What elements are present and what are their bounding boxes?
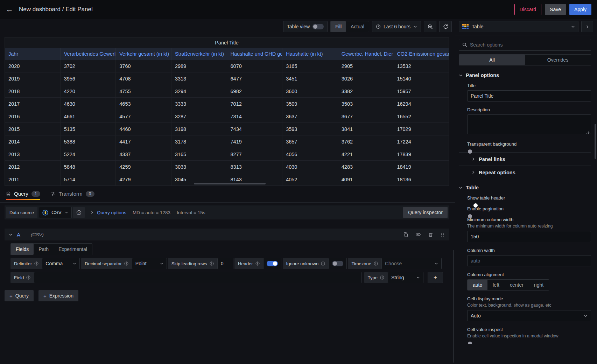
visualization-name: Table: [472, 24, 483, 29]
skip-leading-rows-input[interactable]: [217, 258, 233, 269]
column-width-input[interactable]: [467, 255, 591, 266]
drag-handle-grip-icon[interactable]: [440, 232, 445, 237]
table-cell: 15957: [393, 85, 449, 97]
tab-experimental[interactable]: Experimental: [54, 244, 92, 255]
options-search[interactable]: [459, 39, 591, 51]
tab-query[interactable]: Query 1: [6, 191, 40, 200]
chevron-down-icon: [160, 262, 163, 265]
min-column-width-input[interactable]: [467, 231, 591, 242]
search-icon: [462, 42, 467, 47]
tab-path[interactable]: Path: [34, 244, 54, 255]
save-button[interactable]: Save: [545, 4, 566, 15]
align-center-option[interactable]: center: [505, 280, 529, 290]
table-cell: 3509: [282, 98, 338, 110]
options-scroll-area: All Overrides Panel options Title: [455, 35, 597, 344]
horizontal-scrollbar[interactable]: [194, 183, 266, 184]
align-left-option[interactable]: left: [487, 280, 505, 290]
table-cell: 7434: [227, 123, 283, 135]
table-cell: 17224: [393, 135, 449, 148]
top-bar: ← New dashboard / Edit Panel Discard Sav…: [0, 0, 597, 19]
cell-value-inspect-description: Enable cell value inspection in a modal …: [467, 334, 591, 338]
query-options-toggle[interactable]: Query options: [90, 210, 126, 215]
duplicate-query-icon[interactable]: [403, 232, 408, 237]
collapsed-subsections: Panel links Repeat options: [459, 152, 591, 179]
table-cell: 4220: [61, 85, 116, 97]
column-header[interactable]: CO2-Emissionen gesar: [393, 48, 449, 60]
add-expression-button[interactable]: + Expression: [38, 290, 78, 301]
add-field-button[interactable]: +: [428, 272, 443, 283]
time-range-label: Last 6 hours: [384, 24, 410, 29]
query-inspector-button[interactable]: Query inspector: [403, 207, 448, 218]
actual-option[interactable]: Actual: [346, 21, 369, 32]
column-header[interactable]: Haushalte (in kt): [282, 48, 338, 60]
table-cell: 18419: [393, 161, 449, 173]
refresh-button[interactable]: [439, 21, 452, 32]
table-row: 201646614577328773143637367716552: [5, 110, 449, 123]
table-cell: 3333: [171, 98, 227, 110]
table-cell: 3165: [282, 60, 338, 72]
datasource-picker[interactable]: CSV: [39, 207, 72, 218]
panel-title-input[interactable]: [467, 90, 591, 102]
tab-overrides[interactable]: Overrides: [525, 55, 591, 65]
column-header[interactable]: Jahr: [5, 48, 61, 60]
add-query-button[interactable]: + Query: [5, 290, 34, 301]
time-range-picker[interactable]: Last 6 hours: [372, 21, 421, 32]
table-cell: 5224: [61, 148, 116, 160]
panel-title: Panel Title: [5, 37, 449, 48]
tabs-divider: [0, 202, 455, 203]
discard-button[interactable]: Discard: [514, 4, 541, 15]
ignore-unknown-toggle[interactable]: [332, 261, 343, 266]
table-view-toggle[interactable]: [312, 24, 324, 29]
repeat-options-section[interactable]: Repeat options: [459, 166, 591, 179]
tab-all[interactable]: All: [459, 55, 525, 65]
table-cell: 3165: [171, 148, 227, 160]
panel-links-section[interactable]: Panel links: [459, 153, 591, 166]
hide-query-eye-icon[interactable]: [415, 232, 421, 237]
column-header[interactable]: Haushalte und GHD ge: [227, 48, 283, 60]
header-toggle[interactable]: [267, 261, 278, 266]
table-cell: 4259: [116, 161, 171, 173]
decimal-separator-select[interactable]: Point: [132, 258, 167, 269]
tab-transform[interactable]: Transform 0: [51, 191, 94, 200]
visualization-picker[interactable]: Table: [459, 21, 578, 32]
collapse-options-pane-button[interactable]: [581, 21, 593, 32]
info-icon: [26, 275, 30, 280]
table-cell: 5388: [61, 135, 116, 148]
panel-description-textarea[interactable]: [467, 114, 591, 134]
align-right-option[interactable]: right: [529, 280, 549, 290]
apply-button[interactable]: Apply: [569, 4, 591, 15]
tab-fields[interactable]: Fields: [11, 244, 34, 255]
datasource-help-button[interactable]: ?: [73, 207, 85, 218]
zoom-out-button[interactable]: [424, 21, 436, 32]
table-cell: 2989: [171, 60, 227, 72]
table-options-header[interactable]: Table: [459, 185, 591, 190]
query-row-header[interactable]: A (CSV): [5, 229, 449, 240]
type-select[interactable]: String: [388, 272, 423, 283]
column-header[interactable]: Straßenverkehr (in kt): [171, 48, 227, 60]
column-header[interactable]: Verkehr gesamt (in kt): [116, 48, 171, 60]
delimiter-select[interactable]: Comma: [42, 258, 80, 269]
column-header[interactable]: Verarbeitendes Gewerl: [61, 48, 116, 60]
table-cell: 3600: [282, 85, 338, 97]
fill-option[interactable]: Fill: [331, 21, 346, 32]
csv-datasource-icon: [42, 210, 48, 216]
table-options-section: Table Show table header Enable paginatio…: [459, 185, 591, 338]
column-header[interactable]: Gewerbe, Handel, Dien: [338, 48, 394, 60]
sidebar-scrollbar[interactable]: [595, 124, 596, 159]
query-ref-id: A: [17, 232, 20, 238]
main-vertical-scrollbar[interactable]: [453, 250, 454, 363]
timezone-select[interactable]: Choose: [381, 258, 442, 269]
table-row: 201746304653333370123509350316294: [5, 98, 449, 110]
panel-options-header[interactable]: Panel options: [459, 72, 591, 78]
back-arrow-icon[interactable]: ←: [6, 6, 13, 13]
delete-query-trash-icon[interactable]: [428, 232, 433, 237]
show-table-header-label: Show table header: [467, 195, 591, 201]
align-auto-option[interactable]: auto: [468, 280, 487, 290]
cell-display-mode-select[interactable]: Auto: [467, 310, 591, 321]
field-input[interactable]: [34, 272, 361, 283]
table-cell: 3841: [338, 123, 394, 135]
table-cell: 2013: [5, 148, 61, 160]
options-search-input[interactable]: [470, 42, 588, 48]
table-row: 201939564708331364773451302615140: [5, 72, 449, 85]
table-cell: 2019: [5, 72, 61, 85]
